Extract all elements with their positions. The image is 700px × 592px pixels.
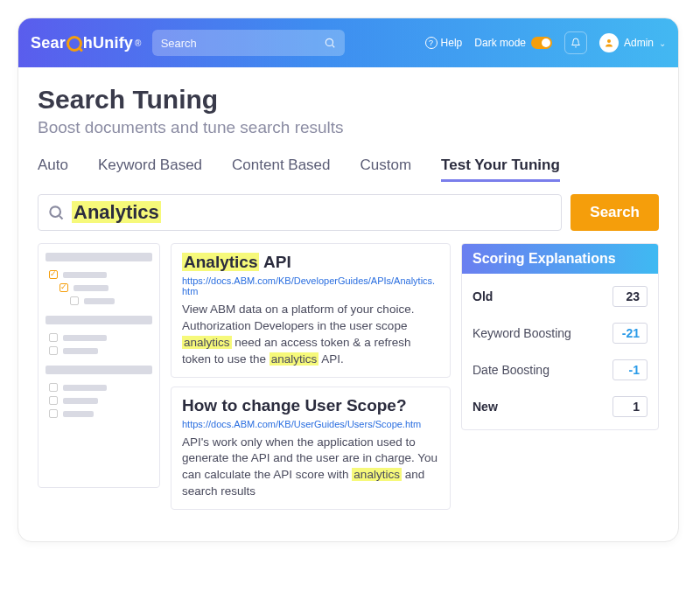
user-label: Admin	[624, 37, 654, 49]
avatar	[599, 33, 619, 52]
facet-heading-skeleton	[46, 366, 152, 374]
results-list: Analytics APIhttps://docs.ABM.com/KB/Dev…	[171, 243, 451, 510]
checkbox-icon[interactable]	[60, 283, 68, 292]
facet-skeleton	[63, 398, 98, 404]
checkbox-icon[interactable]	[49, 333, 58, 342]
scoring-column: Scoring Explanations Old23Keyword Boosti…	[461, 243, 659, 510]
bell-icon	[570, 38, 581, 48]
tabs-row: AutoKeyword BasedContent BasedCustomTest…	[38, 157, 659, 182]
score-row: Keyword Boosting-21	[472, 323, 648, 344]
facet-skeleton	[63, 335, 107, 341]
dark-mode-label: Dark mode	[474, 37, 526, 49]
search-button[interactable]: Search	[570, 194, 659, 231]
search-result[interactable]: How to change User Scope?https://docs.AB…	[171, 387, 451, 511]
search-icon	[324, 37, 336, 49]
help-label: Help	[441, 37, 463, 49]
score-value: 23	[612, 286, 648, 307]
score-row: Date Boosting-1	[472, 359, 648, 380]
user-menu[interactable]: Admin ⌄	[599, 33, 666, 52]
result-description: API's work only when the application use…	[182, 435, 439, 501]
tab-auto[interactable]: Auto	[38, 157, 68, 182]
score-value: -1	[612, 359, 648, 380]
logo-text-2: hUnify	[83, 34, 133, 52]
svg-point-3	[50, 206, 60, 217]
page-body: Search Tuning Boost documents and tune s…	[18, 67, 678, 527]
tab-content-based[interactable]: Content Based	[232, 157, 330, 182]
facet-skeleton	[63, 385, 107, 391]
tuning-search-input[interactable]: Analytics	[38, 194, 562, 231]
score-label: Old	[472, 289, 493, 303]
facet-skeleton	[63, 348, 98, 354]
score-row: Old23	[472, 286, 648, 307]
tab-test-your-tuning[interactable]: Test Your Tuning	[441, 157, 560, 182]
scoring-panel: Scoring Explanations Old23Keyword Boosti…	[461, 243, 659, 430]
facet-skeleton	[74, 285, 108, 291]
checkbox-icon[interactable]	[49, 346, 58, 355]
page-title: Search Tuning	[38, 85, 659, 115]
tuning-search-value: Analytics	[72, 201, 161, 224]
result-url[interactable]: https://docs.ABM.com/KB/UserGuides/Users…	[182, 419, 439, 429]
search-icon	[47, 204, 65, 221]
top-bar: SearhUnify® Search ? Help Dark mode Adm	[18, 18, 678, 67]
logo-text-1: Sear	[31, 34, 66, 52]
registered-mark: ®	[135, 38, 142, 48]
score-value: 1	[612, 396, 648, 417]
facet-heading-skeleton	[46, 253, 152, 261]
checkbox-icon[interactable]	[49, 270, 58, 279]
svg-line-1	[332, 45, 334, 48]
score-row: New1	[472, 396, 648, 417]
score-value: -21	[612, 323, 648, 344]
facet-panel	[38, 243, 160, 488]
notifications-button[interactable]	[564, 31, 587, 54]
toggle-switch-icon	[531, 37, 552, 49]
checkbox-icon[interactable]	[49, 383, 58, 392]
scoring-panel-title: Scoring Explanations	[462, 244, 658, 274]
search-result[interactable]: Analytics APIhttps://docs.ABM.com/KB/Dev…	[171, 243, 451, 378]
help-link[interactable]: ? Help	[425, 37, 463, 49]
chevron-down-icon: ⌄	[659, 38, 666, 48]
user-icon	[604, 38, 614, 48]
checkbox-icon[interactable]	[49, 409, 58, 418]
content-columns: Analytics APIhttps://docs.ABM.com/KB/Dev…	[38, 243, 659, 510]
top-right-controls: ? Help Dark mode Admin ⌄	[425, 31, 666, 54]
score-label: New	[472, 400, 498, 414]
magnifier-icon	[66, 36, 82, 52]
checkbox-icon[interactable]	[49, 396, 58, 405]
result-description: View ABM data on a platform of your choi…	[182, 302, 439, 368]
svg-point-2	[607, 39, 611, 43]
result-url[interactable]: https://docs.ABM.com/KB/DeveloperGuides/…	[182, 275, 439, 296]
facet-skeleton	[63, 272, 107, 278]
svg-line-4	[60, 216, 63, 219]
facet-heading-skeleton	[46, 316, 152, 324]
score-label: Keyword Boosting	[472, 326, 571, 340]
global-search-placeholder: Search	[161, 37, 324, 50]
scoring-panel-body: Old23Keyword Boosting-21Date Boosting-1N…	[462, 274, 658, 429]
app-window: SearhUnify® Search ? Help Dark mode Adm	[18, 17, 679, 542]
global-search-input[interactable]: Search	[152, 30, 345, 56]
result-title: How to change User Scope?	[182, 396, 439, 415]
tuning-search-row: Analytics Search	[38, 194, 659, 231]
checkbox-icon[interactable]	[70, 296, 79, 305]
facet-skeleton	[63, 411, 94, 417]
svg-point-0	[326, 38, 332, 45]
question-circle-icon: ?	[425, 37, 438, 49]
facet-skeleton	[84, 298, 115, 304]
dark-mode-toggle[interactable]: Dark mode	[474, 37, 552, 49]
tab-keyword-based[interactable]: Keyword Based	[98, 157, 202, 182]
score-label: Date Boosting	[472, 363, 550, 377]
product-logo: SearhUnify®	[31, 34, 142, 52]
tab-custom[interactable]: Custom	[360, 157, 412, 182]
page-subtitle: Boost documents and tune search results	[38, 118, 659, 137]
result-title: Analytics API	[182, 253, 439, 272]
